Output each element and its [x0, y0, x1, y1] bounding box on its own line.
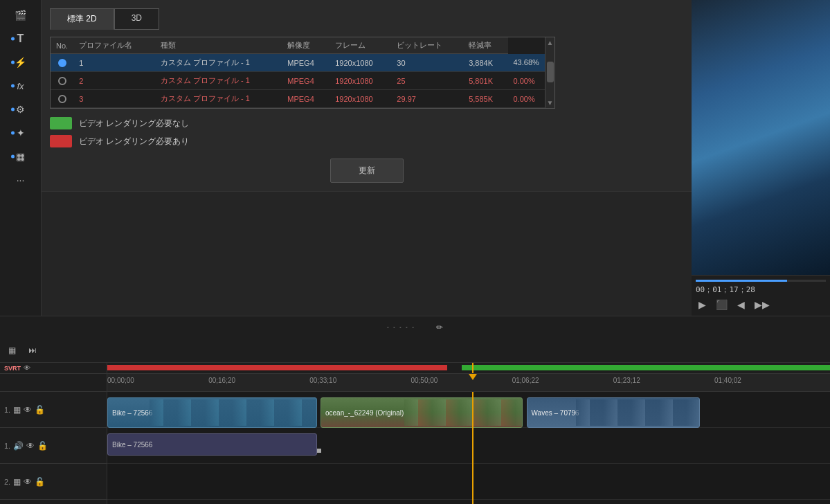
- legend-color-green: [50, 117, 72, 129]
- row-bitrate: 5,585K: [463, 90, 507, 108]
- ruler-time-2: 00;33;10: [309, 377, 336, 384]
- svrt-header: SVRT 👁: [0, 363, 107, 373]
- row-frame: 29.97: [391, 90, 463, 108]
- scrollbar[interactable]: ▲ ▼: [545, 37, 554, 108]
- row-resolution: 1920x1080: [330, 72, 391, 90]
- radio-cell: [51, 54, 73, 72]
- pencil-button[interactable]: ✏: [436, 323, 443, 332]
- film-tool-button[interactable]: 🎬: [8, 6, 33, 25]
- particle-tool-button[interactable]: ✦: [8, 123, 33, 143]
- ruler-time-4: 01;06;22: [512, 377, 539, 384]
- tab-3d[interactable]: 3D: [114, 8, 159, 30]
- time-bar-fill: [696, 280, 787, 282]
- track-content: Bike – 72566 ocean_-_62249 (Original) Wa…: [107, 392, 830, 504]
- row-no: 3: [73, 90, 155, 108]
- update-button[interactable]: 更新: [330, 159, 404, 183]
- scroll-up-arrow[interactable]: ▲: [545, 37, 555, 48]
- video-track-label: 1.: [4, 406, 10, 414]
- row-frame: 30: [391, 54, 463, 72]
- legend: ビデオ レンダリング必要なし ビデオ レンダリング必要あり: [50, 117, 683, 147]
- ruler-time-6: 01;40;02: [714, 377, 741, 384]
- row-type: MPEG4: [282, 54, 330, 72]
- timeline-skip-button[interactable]: ⏭: [24, 343, 41, 357]
- track2-eye-icon[interactable]: 👁: [24, 477, 32, 487]
- audio-eye-icon[interactable]: 👁: [26, 441, 35, 451]
- table-row[interactable]: 3 カスタム プロファイル - 1 MPEG4 1920x1080 29.97 …: [51, 90, 554, 108]
- row-type: MPEG4: [282, 72, 330, 90]
- fx-icon: fx: [17, 81, 24, 91]
- profile-table-container: No. プロファイル名 種類 解像度 フレーム ビットレート 軽減率 1: [50, 37, 555, 109]
- clip-bike-audio[interactable]: Bike – 72566: [107, 433, 317, 456]
- clip-bike-label: Bike – 72566: [112, 409, 152, 417]
- table-row[interactable]: 2 カスタム プロファイル - 1 MPEG4 1920x1080 25 5,8…: [51, 72, 554, 90]
- row-profile: カスタム プロファイル - 1: [155, 54, 282, 72]
- row-no: 2: [73, 72, 155, 90]
- fx-tool-button[interactable]: fx: [8, 76, 33, 96]
- audio-track-icon[interactable]: 🔊: [13, 441, 24, 451]
- more-icon: ···: [17, 174, 25, 186]
- video-track-header: 1. ▦ 👁 🔓: [0, 392, 107, 428]
- profile-table: No. プロファイル名 種類 解像度 フレーム ビットレート 軽減率 1: [51, 37, 554, 108]
- time-bar: [696, 280, 826, 282]
- audio-lock-icon[interactable]: 🔓: [37, 441, 48, 451]
- row-type: MPEG4: [282, 90, 330, 108]
- col-reduction: 軽減率: [463, 37, 507, 54]
- track2-icon[interactable]: ▦: [13, 477, 21, 487]
- layers-tool-button[interactable]: ▦: [8, 147, 33, 166]
- track2-row: [107, 464, 830, 500]
- stop-button[interactable]: ⬛: [713, 298, 730, 312]
- legend-item-red: ビデオ レンダリング必要あり: [50, 135, 683, 147]
- video-eye-icon[interactable]: 👁: [24, 405, 32, 415]
- radio-unselected: [58, 95, 66, 103]
- playhead-triangle: [472, 374, 480, 380]
- timeline-playhead-line: [472, 392, 473, 504]
- track2-lock-icon[interactable]: 🔓: [35, 477, 45, 487]
- row-bitrate: 5,801K: [463, 72, 507, 90]
- clip-bike-video[interactable]: Bike – 72566: [107, 397, 317, 428]
- svrt-badge: SVRT: [4, 365, 21, 372]
- clip-bike-audio-label: Bike – 72566: [112, 441, 152, 449]
- table-row[interactable]: 1 カスタム プロファイル - 1 MPEG4 1920x1080 30 3,8…: [51, 54, 554, 72]
- video-lock-icon[interactable]: 🔓: [35, 405, 45, 415]
- track2-label: 2.: [4, 478, 10, 486]
- timeline-area: ▦ ⏭ SVRT 👁 00;00;00 00;16;20 00;33;10 00…: [0, 338, 830, 504]
- preview-controls: 00；01；17；28 ▶ ⬛ ◀ ▶▶: [692, 275, 830, 316]
- svrt-eye-icon[interactable]: 👁: [24, 364, 30, 372]
- row-frame: 25: [391, 72, 463, 90]
- lightning-icon: ⚡: [15, 57, 26, 68]
- grid-tool-button[interactable]: ⚙: [8, 100, 33, 119]
- timeline-grid-button[interactable]: ▦: [4, 343, 20, 357]
- divider-area: • • • • • ✏: [0, 316, 830, 338]
- legend-item-green: ビデオ レンダリング必要なし: [50, 117, 683, 129]
- legend-label-red: ビデオ レンダリング必要あり: [79, 136, 189, 147]
- more-tool-button[interactable]: ···: [8, 170, 33, 190]
- text-icon: T: [17, 33, 24, 45]
- clip-ocean-video[interactable]: ocean_-_62249 (Original): [321, 397, 523, 428]
- svrt-row: SVRT 👁: [0, 363, 830, 374]
- prev-frame-button[interactable]: ◀: [734, 298, 748, 312]
- next-frame-button[interactable]: ▶▶: [752, 298, 773, 312]
- film-icon: 🎬: [15, 10, 26, 21]
- audio-track-header: 1. 🔊 👁 🔓: [0, 428, 107, 464]
- col-profile: プロファイル名: [73, 37, 155, 54]
- video-track-row: Bike – 72566 ocean_-_62249 (Original) Wa…: [107, 392, 830, 428]
- scrollbar-thumb[interactable]: [547, 62, 554, 82]
- play-button[interactable]: ▶: [696, 298, 709, 312]
- row-bitrate: 3,884K: [463, 54, 507, 72]
- track-headers: 1. ▦ 👁 🔓 1. 🔊 👁 🔓 2. ▦ 👁 🔓: [0, 392, 107, 504]
- audio-track-label: 1.: [4, 442, 10, 450]
- tab-standard-2d[interactable]: 標準 2D: [50, 8, 114, 30]
- row-resolution: 1920x1080: [330, 54, 391, 72]
- svrt-red-bar-left: [107, 365, 447, 370]
- layers-icon: ▦: [16, 151, 25, 162]
- col-bitrate: ビットレート: [391, 37, 463, 54]
- clip-waves-video[interactable]: Waves – 70796: [527, 397, 701, 428]
- text-tool-button[interactable]: T: [8, 29, 33, 48]
- lightning-tool-button[interactable]: ⚡: [8, 53, 33, 72]
- video-track-icon[interactable]: ▦: [13, 405, 21, 415]
- svrt-playhead: [472, 363, 473, 373]
- scroll-down-arrow[interactable]: ▼: [545, 98, 555, 108]
- radio-unselected: [58, 77, 66, 85]
- resize-handle[interactable]: • • • • •: [387, 324, 415, 330]
- ruler-time-1: 00;16;20: [208, 377, 235, 384]
